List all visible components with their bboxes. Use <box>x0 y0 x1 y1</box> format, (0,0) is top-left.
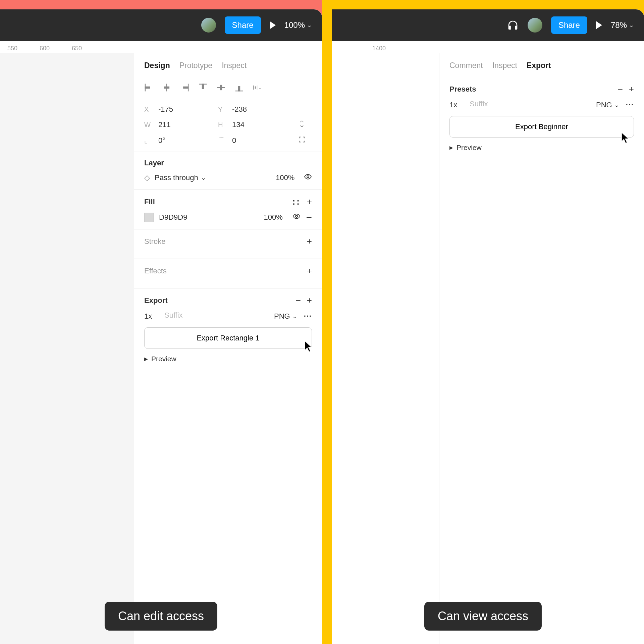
headphones-icon[interactable] <box>507 19 519 31</box>
tab-design[interactable]: Design <box>144 61 170 70</box>
chevron-down-icon: ⌄ <box>201 174 206 181</box>
tab-export[interactable]: Export <box>527 61 551 70</box>
styles-icon[interactable]: :: <box>292 197 301 207</box>
chevron-down-icon: ⌄ <box>614 101 619 109</box>
link-dimensions-icon[interactable] <box>299 120 305 130</box>
h-label: H <box>218 121 227 129</box>
zoom-value: 100% <box>284 20 305 30</box>
align-vcenter-icon[interactable] <box>217 83 225 92</box>
zoom-control[interactable]: 78% ⌄ <box>611 20 634 30</box>
tab-inspect[interactable]: Inspect <box>222 61 247 70</box>
height-input[interactable]: 134 <box>232 120 245 129</box>
tab-comment[interactable]: Comment <box>449 61 483 70</box>
tab-inspect[interactable]: Inspect <box>492 61 517 70</box>
rotation-input[interactable]: 0° <box>158 136 165 145</box>
fill-visibility-icon[interactable] <box>292 212 301 222</box>
fill-section: Fill :: + D9D9D9 100% − <box>134 190 322 229</box>
fill-swatch[interactable] <box>144 213 154 222</box>
layer-section: Layer ◇ Pass through ⌄ 100% <box>134 152 322 190</box>
export-options-icon[interactable]: ··· <box>304 312 312 321</box>
fill-opacity-input[interactable]: 100% <box>264 213 287 222</box>
remove-fill-icon[interactable]: − <box>306 214 312 221</box>
rotation-icon: ⌞ <box>144 137 154 145</box>
export-title: Export <box>144 296 168 305</box>
export-options-icon[interactable]: ··· <box>626 101 634 109</box>
fill-hex-input[interactable]: D9D9D9 <box>159 213 258 222</box>
svg-rect-14 <box>255 87 256 89</box>
x-input[interactable]: -175 <box>158 105 173 114</box>
ruler-tick: 600 <box>40 45 50 52</box>
corner-radius-icon: ⌒ <box>218 136 227 145</box>
align-bottom-icon[interactable] <box>235 83 244 92</box>
properties-panel: Comment Inspect Export Presets − + 1x <box>439 53 644 644</box>
svg-rect-9 <box>220 85 222 90</box>
align-top-icon[interactable] <box>199 83 207 92</box>
export-button[interactable]: Export Beginner <box>449 116 634 138</box>
share-button[interactable]: Share <box>551 16 587 34</box>
distribute-icon[interactable]: ⌄ <box>253 83 262 92</box>
export-suffix-input[interactable]: Suffix <box>164 311 267 321</box>
zoom-value: 78% <box>611 20 627 30</box>
export-format-select[interactable]: PNG ⌄ <box>274 312 297 321</box>
presets-title: Presets <box>449 85 476 94</box>
independent-corners-icon[interactable] <box>299 136 305 145</box>
layer-opacity-input[interactable]: 100% <box>276 173 299 182</box>
preview-label: Preview <box>151 355 176 363</box>
stroke-section: Stroke + <box>134 229 322 259</box>
y-input[interactable]: -238 <box>232 105 247 114</box>
export-format-value: PNG <box>274 312 290 321</box>
caption-badge: Can edit access <box>105 602 217 631</box>
export-section: Export − + 1x Suffix PNG ⌄ ··· <box>134 288 322 370</box>
preview-toggle[interactable]: ▶ Preview <box>449 144 634 152</box>
width-input[interactable]: 211 <box>158 120 171 129</box>
visibility-icon[interactable] <box>304 173 312 183</box>
tab-prototype[interactable]: Prototype <box>179 61 212 70</box>
svg-rect-11 <box>238 86 240 91</box>
export-suffix-input[interactable]: Suffix <box>470 100 589 110</box>
present-icon[interactable] <box>596 21 602 29</box>
svg-rect-7 <box>202 84 204 89</box>
export-scale-select[interactable]: 1x <box>144 312 158 321</box>
svg-rect-13 <box>257 86 257 90</box>
add-stroke-icon[interactable]: + <box>307 236 312 247</box>
ruler-tick: 650 <box>72 45 82 52</box>
ruler-tick: 550 <box>7 45 17 52</box>
ruler: 1400 <box>332 41 644 53</box>
preview-toggle[interactable]: ▶ Preview <box>144 355 312 363</box>
add-fill-icon[interactable]: + <box>307 197 312 207</box>
zoom-control[interactable]: 100% ⌄ <box>284 20 312 30</box>
canvas-area[interactable] <box>332 53 439 644</box>
export-format-select[interactable]: PNG ⌄ <box>596 101 619 109</box>
align-right-icon[interactable] <box>180 83 189 92</box>
chevron-down-icon: ⌄ <box>629 21 634 29</box>
chevron-down-icon: ⌄ <box>292 313 297 320</box>
svg-rect-12 <box>253 86 254 90</box>
triangle-right-icon: ▶ <box>449 145 453 150</box>
titlebar: Share 78% ⌄ <box>332 9 644 41</box>
export-scale-select[interactable]: 1x <box>449 101 463 109</box>
presets-section: Presets − + 1x Suffix PNG ⌄ ··· <box>439 77 644 158</box>
avatar[interactable] <box>528 18 542 33</box>
panel-tabs: Comment Inspect Export <box>439 53 644 77</box>
y-label: Y <box>218 106 227 113</box>
remove-preset-icon[interactable]: − <box>618 86 623 93</box>
panel-tabs: Design Prototype Inspect <box>134 53 322 77</box>
export-button[interactable]: Export Rectangle 1 <box>144 327 312 349</box>
blend-mode-value: Pass through <box>155 173 198 182</box>
add-preset-icon[interactable]: + <box>629 84 634 94</box>
corner-input[interactable]: 0 <box>232 136 236 145</box>
share-button[interactable]: Share <box>225 16 261 34</box>
x-label: X <box>144 106 154 113</box>
canvas-area[interactable] <box>0 53 134 644</box>
remove-export-icon[interactable]: − <box>296 297 301 304</box>
present-icon[interactable] <box>270 21 276 29</box>
align-left-icon[interactable] <box>144 83 153 92</box>
effects-section: Effects + <box>134 259 322 288</box>
svg-point-15 <box>307 176 309 178</box>
avatar[interactable] <box>201 18 216 33</box>
w-label: W <box>144 121 154 129</box>
add-export-icon[interactable]: + <box>307 295 312 306</box>
align-hcenter-icon[interactable] <box>162 83 171 92</box>
blend-mode-select[interactable]: Pass through ⌄ <box>155 173 271 182</box>
add-effect-icon[interactable]: + <box>307 266 312 276</box>
